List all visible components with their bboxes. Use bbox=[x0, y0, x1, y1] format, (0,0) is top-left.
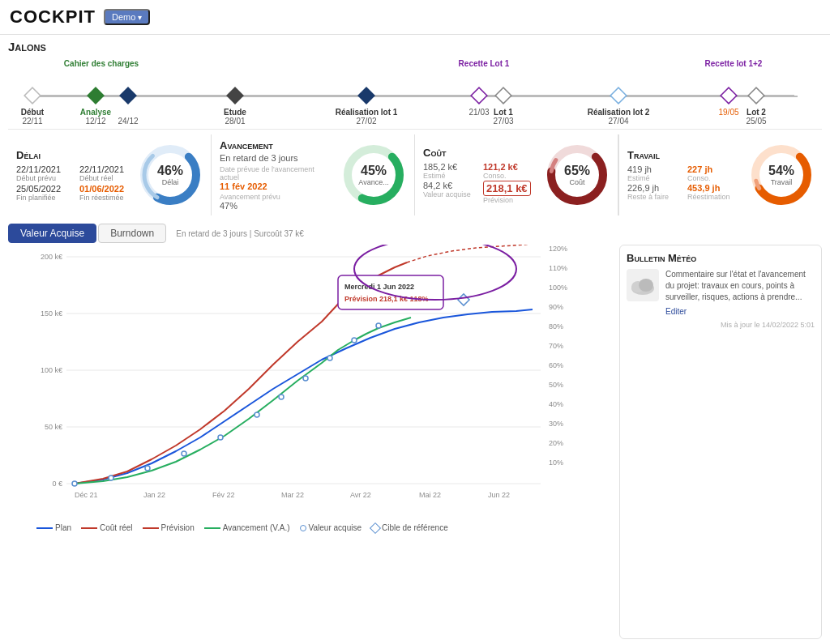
bulletin-meteo: Bulletin Météo Commentaire sur l'état et… bbox=[619, 245, 822, 639]
meteo-content: Commentaire sur l'état et l'avancement d… bbox=[627, 269, 815, 318]
va-dot bbox=[327, 356, 332, 360]
tab-burndown[interactable]: Burndown bbox=[98, 224, 166, 243]
svg-text:Etude: Etude bbox=[224, 108, 246, 117]
svg-rect-8 bbox=[120, 87, 136, 104]
avancement-block: Avancement En retard de 3 jours Date pré… bbox=[212, 134, 415, 215]
svg-text:22/11: 22/11 bbox=[22, 117, 42, 126]
app-title: COCKPIT bbox=[10, 6, 96, 28]
va-dot bbox=[352, 338, 357, 343]
svg-rect-17 bbox=[471, 87, 487, 104]
milestone-real2: Réalisation lot 2 27/04 bbox=[588, 87, 650, 126]
svg-point-76 bbox=[639, 279, 653, 292]
svg-text:200 k€: 200 k€ bbox=[41, 253, 62, 261]
svg-text:60%: 60% bbox=[549, 361, 563, 369]
avancement-subtitle: En retard de 3 jours bbox=[220, 153, 333, 163]
svg-text:Réalisation lot 1: Réalisation lot 1 bbox=[336, 108, 398, 117]
chart-container: 200 k€ 150 k€ 100 k€ 50 k€ 0 € 120% 110%… bbox=[8, 245, 611, 639]
delai-fin-planif: 25/05/2022 Fin planifiée bbox=[16, 184, 66, 202]
svg-rect-1 bbox=[24, 87, 41, 104]
svg-rect-22 bbox=[610, 87, 627, 104]
travail-reest: 453,9 jh Réestimation bbox=[687, 183, 741, 201]
va-dot bbox=[218, 435, 223, 440]
travail-title: Travail bbox=[627, 149, 741, 161]
svg-text:10%: 10% bbox=[549, 458, 563, 467]
tab-valeur-acquise[interactable]: Valeur Acquise bbox=[8, 224, 96, 243]
legend-avancement: Avancement (V.A.) bbox=[204, 523, 290, 532]
svg-text:0 €: 0 € bbox=[52, 480, 62, 488]
cout-title: Coût bbox=[423, 147, 537, 159]
milestone-lot1-purple: 21/03 bbox=[468, 87, 489, 117]
travail-conso: 227 jh Conso. bbox=[687, 164, 741, 182]
svg-text:Cahier des charges: Cahier des charges bbox=[64, 59, 139, 68]
svg-text:150 k€: 150 k€ bbox=[41, 309, 62, 318]
jalons-section: Jalons Début 22/11 Cahier des charges A bbox=[8, 35, 822, 129]
svg-text:28/01: 28/01 bbox=[225, 117, 245, 126]
milestone-analyse-green: Analyse 12/12 bbox=[80, 87, 112, 126]
legend-va: Valeur acquise bbox=[300, 523, 362, 532]
svg-text:12/12: 12/12 bbox=[85, 117, 105, 126]
va-dot bbox=[182, 451, 186, 456]
cout-conso: 121,2 k€ Conso. bbox=[483, 162, 537, 180]
delai-title: Délai bbox=[16, 149, 130, 161]
svg-rect-13 bbox=[358, 87, 374, 104]
meteo-updated: Mis à jour le 14/02/2022 5:01 bbox=[627, 321, 815, 329]
chart-subtitle: En retard de 3 jours | Surcoût 37 k€ bbox=[176, 229, 304, 238]
svg-text:Début: Début bbox=[21, 108, 45, 117]
svg-text:Jun 22: Jun 22 bbox=[488, 491, 510, 499]
cout-block: Coût 185,2 k€ Estimé 121,2 k€ Conso. 84,… bbox=[415, 134, 618, 215]
chart-legend: Plan Coût réel Prévision Avancement (V.A… bbox=[8, 520, 611, 534]
svg-text:80%: 80% bbox=[549, 322, 563, 331]
cout-va: 84,2 k€ Valeur acquise bbox=[423, 181, 477, 204]
svg-text:20%: 20% bbox=[549, 439, 563, 447]
svg-text:Mai 22: Mai 22 bbox=[419, 491, 441, 499]
svg-text:Réalisation lot 2: Réalisation lot 2 bbox=[588, 108, 650, 117]
svg-text:Mercredi 1 Jun 2022: Mercredi 1 Jun 2022 bbox=[344, 283, 414, 291]
bottom-section: Valeur Acquise Burndown En retard de 3 j… bbox=[8, 220, 822, 639]
cout-prevision: 218,1 k€ Prévision bbox=[483, 181, 537, 204]
delai-debut-reel: 22/11/2021 Début réel bbox=[79, 164, 130, 182]
va-dot bbox=[376, 323, 381, 328]
metrics-row: Délai 22/11/2021 Début prévu 22/11/2021 … bbox=[8, 129, 822, 220]
va-dot bbox=[255, 412, 259, 417]
legend-cout-reel: Coût réel bbox=[81, 523, 133, 532]
meteo-edit-link[interactable]: Editer bbox=[665, 306, 815, 318]
svg-text:Mar 22: Mar 22 bbox=[281, 491, 304, 499]
svg-text:Avr 22: Avr 22 bbox=[350, 491, 371, 499]
svg-text:27/03: 27/03 bbox=[493, 117, 513, 126]
svg-text:27/02: 27/02 bbox=[356, 117, 376, 126]
svg-text:90%: 90% bbox=[549, 303, 563, 311]
cloud-svg bbox=[628, 274, 657, 296]
delai-donut-label: 46% Délai bbox=[157, 164, 183, 186]
main-content: Jalons Début 22/11 Cahier des charges A bbox=[0, 35, 830, 639]
svg-text:Fév 22: Fév 22 bbox=[212, 491, 235, 499]
travail-estime: 419 jh Estimé bbox=[627, 164, 681, 182]
meteo-text-body: Commentaire sur l'état et l'avancement d… bbox=[665, 269, 815, 318]
cout-donut: 65% Coût bbox=[545, 143, 610, 207]
svg-text:110%: 110% bbox=[549, 264, 567, 272]
cout-info: Coût 185,2 k€ Estimé 121,2 k€ Conso. 84,… bbox=[423, 147, 537, 204]
delai-debut-prevu: 22/11/2021 Début prévu bbox=[16, 164, 66, 182]
milestone-lot1-gray: Lot 1 27/03 bbox=[493, 87, 513, 126]
meteo-title: Bulletin Météo bbox=[627, 252, 815, 264]
svg-text:50%: 50% bbox=[549, 381, 563, 389]
avancement-date-value: 11 fév 2022 bbox=[220, 181, 333, 191]
travail-block: Travail 419 jh Estimé 227 jh Conso. 226,… bbox=[618, 134, 822, 215]
cible-diamond bbox=[458, 294, 469, 305]
demo-badge[interactable]: Demo bbox=[104, 9, 150, 25]
svg-text:Lot 2: Lot 2 bbox=[747, 108, 766, 117]
cout-donut-label: 65% Coût bbox=[564, 164, 590, 186]
svg-text:Déc 21: Déc 21 bbox=[75, 491, 98, 499]
meteo-icon bbox=[627, 269, 659, 301]
milestone-analyse-blue: 24/12 bbox=[118, 87, 138, 126]
milestone-debut: Début 22/11 bbox=[21, 87, 45, 126]
svg-rect-26 bbox=[721, 87, 737, 104]
milestone-real1: Réalisation lot 1 27/02 bbox=[336, 87, 398, 126]
delai-fin-reest: 01/06/2022 Fin réestimée bbox=[79, 184, 130, 202]
legend-plan: Plan bbox=[36, 523, 71, 532]
timeline-svg: Début 22/11 Cahier des charges Analyse 1… bbox=[8, 57, 822, 126]
svg-rect-5 bbox=[88, 87, 104, 104]
va-dot bbox=[72, 481, 77, 486]
avancement-donut: 45% Avance... bbox=[341, 143, 406, 207]
delai-block: Délai 22/11/2021 Début prévu 22/11/2021 … bbox=[8, 134, 212, 215]
avancement-prev-value: 47% bbox=[220, 201, 333, 211]
